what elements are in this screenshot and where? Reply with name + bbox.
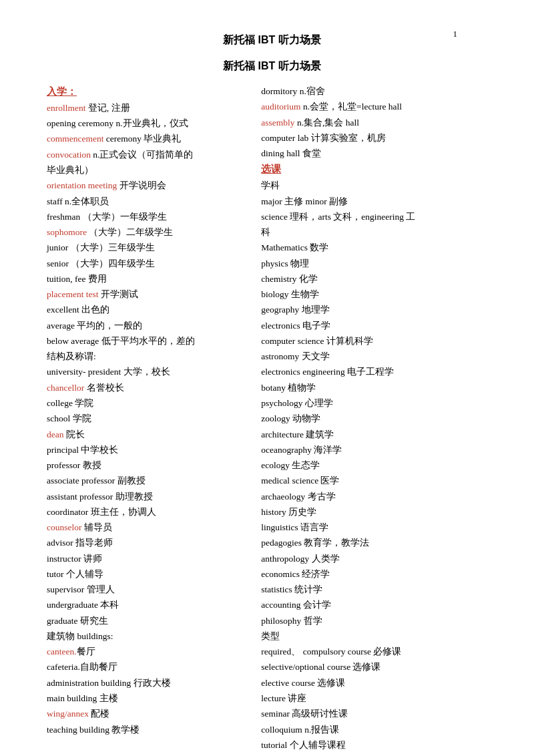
entry-structure: 结构及称谓: <box>47 349 248 364</box>
entry-advisor: advisor 指导老师 <box>47 536 248 550</box>
entry-cafeteria: cafeteria.自助餐厅 <box>47 660 248 675</box>
doc-title: 新托福 IBT 听力场景 <box>47 59 497 73</box>
entry-main-building: main building 主楼 <box>47 691 248 706</box>
entry-school: school 学院 <box>47 411 248 426</box>
entry-instructor: instructor 讲师 <box>47 552 248 566</box>
entry-teaching-building: teaching building 教学楼 <box>47 723 248 737</box>
section-xuanke: 选课 <box>261 164 281 174</box>
entry-dormitory: dormitory n.宿舍 <box>261 84 497 99</box>
entry-dean: dean 院长 <box>47 427 248 442</box>
entry-statistics: statistics 统计学 <box>261 582 497 597</box>
entry-major: major 主修 minor 副修 <box>261 194 497 209</box>
entry-lecture: lecture 讲座 <box>261 691 497 706</box>
entry-physics: physics 物理 <box>261 256 497 271</box>
entry-architecture: architecture 建筑学 <box>261 427 497 442</box>
entry-science-cont: 科 <box>261 225 497 240</box>
entry-college: college 学院 <box>47 396 248 411</box>
entry-convocation: convocation n.正式会议（可指简单的 <box>47 148 248 162</box>
entry-seminar: seminar 高级研讨性课 <box>261 707 497 721</box>
entry-elective: elective course 选修课 <box>261 676 497 691</box>
left-column: 入学： enrollment 登记, 注册 opening ceremony n… <box>47 84 248 753</box>
entry-philosophy: philosophy 哲学 <box>261 614 497 628</box>
page-number: 1 <box>453 29 458 39</box>
entry-freshman: freshman （大学）一年级学生 <box>47 210 248 224</box>
entry-accounting: accounting 会计学 <box>261 598 497 612</box>
entry-tutor: tutor 个人辅导 <box>47 567 248 582</box>
entry-leixing: 类型 <box>261 629 497 644</box>
entry-archaeology: archaeology 考古学 <box>261 490 497 504</box>
entry-associate-professor: associate professor 副教授 <box>47 474 248 488</box>
entry-computer-science: computer science 计算机科学 <box>261 334 497 349</box>
entry-average: average 平均的，一般的 <box>47 319 248 333</box>
entry-geography: geography 地理学 <box>261 303 497 317</box>
entry-medical-science: medical science 医学 <box>261 474 497 488</box>
entry-mathematics: Mathematics 数学 <box>261 240 497 255</box>
entry-orientation: orientation meeting 开学说明会 <box>47 178 248 193</box>
entry-computer-lab: computer lab 计算实验室，机房 <box>261 131 497 146</box>
entry-economics: economics 经济学 <box>261 567 497 582</box>
entry-astronomy: astronomy 天文学 <box>261 349 497 364</box>
entry-enrollment: enrollment 登记, 注册 <box>47 101 248 116</box>
entry-professor: professor 教授 <box>47 458 248 473</box>
entry-buildings: 建筑物 buildings: <box>47 629 248 644</box>
entry-pedagogies: pedagogies 教育学，教学法 <box>261 536 497 550</box>
entry-electronics-eng: electronics engineering 电子工程学 <box>261 365 497 379</box>
entry-wing-annex: wing/annex 配楼 <box>47 707 248 721</box>
entry-university-president: university- president 大学，校长 <box>47 365 248 379</box>
entry-principal: principal 中学校长 <box>47 443 248 457</box>
entry-junior: junior （大学）三年级学生 <box>47 240 248 255</box>
entry-zoology: zoology 动物学 <box>261 411 497 426</box>
entry-oceanography: oceanography 海洋学 <box>261 443 497 457</box>
entry-commencement: commencement ceremony 毕业典礼 <box>47 132 248 146</box>
entry-anthropology: anthropology 人类学 <box>261 552 497 566</box>
entry-botany: botany 植物学 <box>261 381 497 395</box>
entry-auditorium: auditorium n.会堂，礼堂=lecture hall <box>261 100 497 114</box>
entry-history: history 历史学 <box>261 505 497 520</box>
entry-xueke: 学科 <box>261 178 497 193</box>
entry-canteen: canteen.餐厅 <box>47 644 248 659</box>
entry-admin-building: administration building 行政大楼 <box>47 676 248 691</box>
right-column: dormitory n.宿舍 auditorium n.会堂，礼堂=lectur… <box>261 84 497 753</box>
entry-placement: placement test 开学测试 <box>47 287 248 302</box>
entry-below-average: below average 低于平均水平的，差的 <box>47 334 248 349</box>
entry-psychology: psychology 心理学 <box>261 396 497 411</box>
entry-ecology: ecology 生态学 <box>261 458 497 473</box>
entry-electronics: electronics 电子学 <box>261 319 497 333</box>
entry-tutorial: tutorial 个人辅导课程 <box>261 738 497 753</box>
entry-senior: senior （大学）四年级学生 <box>47 256 248 271</box>
entry-assembly: assembly n.集合,集会 hall <box>261 116 497 130</box>
entry-assistant-professor: assistant professor 助理教授 <box>47 490 248 504</box>
entry-required: required、 compulsory course 必修课 <box>261 644 497 659</box>
entry-counselor: counselor 辅导员 <box>47 520 248 535</box>
entry-excellent: excellent 出色的 <box>47 303 248 317</box>
entry-opening-ceremony: opening ceremony n.开业典礼，仪式 <box>47 116 248 131</box>
entry-convocation-cont: 毕业典礼） <box>47 163 248 178</box>
entry-chemistry: chemistry 化学 <box>261 272 497 287</box>
entry-graduate: graduate 研究生 <box>47 614 248 628</box>
entry-undergraduate: undergraduate 本科 <box>47 598 248 612</box>
entry-chancellor: chancellor 名誉校长 <box>47 381 248 395</box>
entry-staff: staff n.全体职员 <box>47 194 248 209</box>
entry-colloquium: colloquium n.报告课 <box>261 723 497 737</box>
entry-selective: selective/optional course 选修课 <box>261 660 497 675</box>
entry-linguistics: linguistics 语言学 <box>261 520 497 535</box>
entry-coordinator: coordinator 班主任，协调人 <box>47 505 248 520</box>
entry-supervisor: supervisor 管理人 <box>47 582 248 597</box>
page-title: 新托福 IBT 听力场景 <box>47 33 497 47</box>
entry-science: science 理科，arts 文科，engineering 工 <box>261 210 497 224</box>
entry-biology: biology 生物学 <box>261 287 497 302</box>
entry-tuition: tuition, fee 费用 <box>47 272 248 287</box>
entry-dining-hall: dining hall 食堂 <box>261 146 497 161</box>
section-ruxue: 入学： <box>47 86 77 97</box>
entry-sophomore: sophomore （大学）二年级学生 <box>47 225 248 240</box>
